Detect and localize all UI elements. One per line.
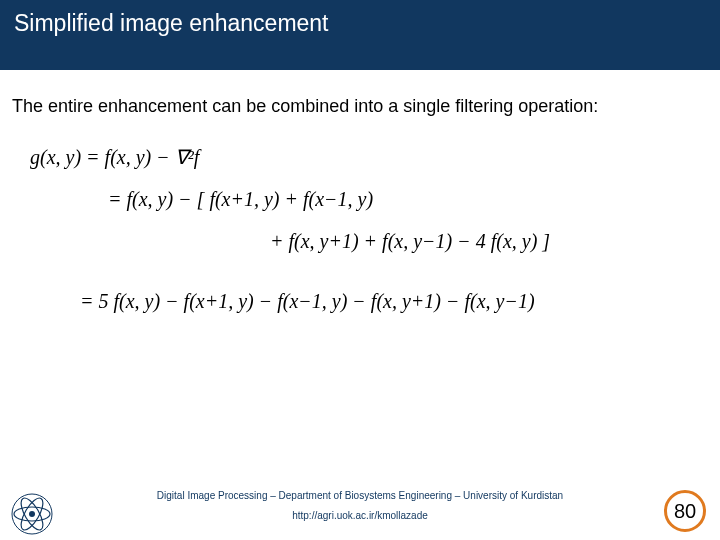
footer: Digital Image Processing – Department of…: [0, 482, 720, 540]
page-number-badge: 80: [664, 490, 706, 532]
equation-block: g(x, y) = f(x, y) − ∇²f = f(x, y) − [ f(…: [6, 147, 706, 311]
eq3-text: + f(x, y+1) + f(x, y−1) − 4 f(x, y) ]: [270, 230, 550, 252]
equation-line-3: + f(x, y+1) + f(x, y−1) − 4 f(x, y) ]: [30, 231, 706, 251]
eq2-text: = f(x, y) − [ f(x+1, y) + f(x−1, y): [108, 188, 373, 210]
eq4-text: = 5 f(x, y) − f(x+1, y) − f(x−1, y) − f(…: [80, 290, 535, 312]
slide-body: The entire enhancement can be combined i…: [0, 70, 720, 540]
footer-line-1: Digital Image Processing – Department of…: [0, 490, 720, 501]
eq1-text: g(x, y) = f(x, y) − ∇²f: [30, 146, 199, 168]
slide: Simplified image enhancement The entire …: [0, 0, 720, 540]
footer-url: http://agri.uok.ac.ir/kmollazade: [0, 510, 720, 521]
page-number: 80: [674, 500, 696, 523]
equation-line-1: g(x, y) = f(x, y) − ∇²f: [30, 147, 706, 167]
slide-title: Simplified image enhancement: [14, 10, 329, 37]
equation-line-4: = 5 f(x, y) − f(x+1, y) − f(x−1, y) − f(…: [30, 291, 706, 311]
equation-line-2: = f(x, y) − [ f(x+1, y) + f(x−1, y): [30, 189, 706, 209]
intro-text: The entire enhancement can be combined i…: [6, 96, 706, 117]
title-bar: Simplified image enhancement: [0, 0, 720, 70]
